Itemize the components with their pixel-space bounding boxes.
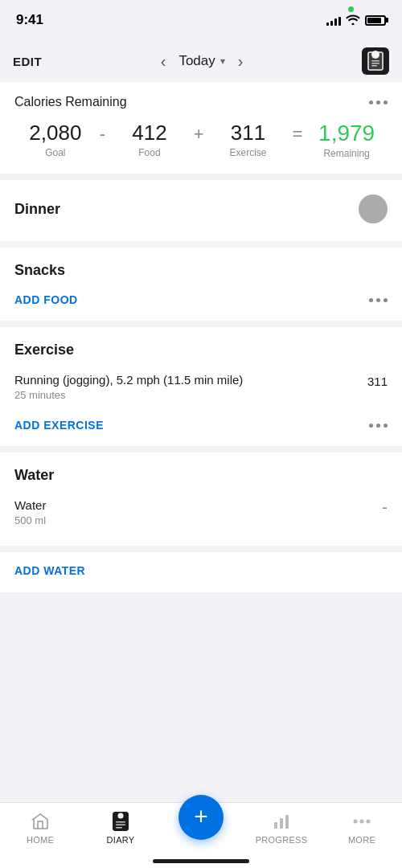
more-icon bbox=[351, 811, 372, 832]
svg-point-15 bbox=[360, 820, 364, 824]
water-item-amount: 500 ml bbox=[14, 514, 46, 526]
calories-title: Calories Remaining bbox=[14, 95, 127, 109]
svg-rect-11 bbox=[274, 822, 277, 829]
minus-operator: - bbox=[96, 121, 109, 145]
food-item: 412 Food bbox=[109, 121, 191, 158]
svg-point-7 bbox=[118, 813, 124, 819]
exercise-item-calories: 311 bbox=[367, 373, 388, 388]
water-item-name: Water bbox=[14, 498, 46, 512]
nav-progress[interactable]: PROGRESS bbox=[241, 811, 322, 845]
plus-icon: + bbox=[194, 805, 208, 829]
nav-home[interactable]: HOME bbox=[0, 811, 80, 845]
add-exercise-button[interactable]: ADD EXERCISE bbox=[14, 419, 104, 432]
today-selector[interactable]: Today ▾ bbox=[178, 53, 224, 69]
svg-rect-9 bbox=[116, 825, 125, 826]
dinner-add-icon[interactable] bbox=[359, 194, 388, 223]
bottom-nav: HOME DIARY + PROGRESS bbox=[0, 802, 402, 868]
snacks-section: Snacks ADD FOOD bbox=[0, 248, 402, 321]
nav-progress-label: PROGRESS bbox=[256, 835, 308, 845]
wifi-icon bbox=[346, 14, 360, 27]
add-food-button[interactable]: ADD FOOD bbox=[14, 293, 78, 306]
exercise-header: Exercise bbox=[14, 342, 388, 358]
nav-more[interactable]: MORE bbox=[322, 811, 402, 845]
svg-rect-8 bbox=[116, 821, 125, 823]
diary-nav-icon bbox=[110, 811, 131, 832]
nav-home-label: HOME bbox=[27, 835, 54, 845]
svg-point-16 bbox=[367, 820, 371, 824]
today-label: Today bbox=[178, 53, 215, 69]
status-time: 9:41 bbox=[16, 12, 43, 28]
goal-label: Goal bbox=[45, 147, 65, 158]
water-item-remove[interactable]: - bbox=[382, 498, 388, 517]
svg-point-14 bbox=[354, 820, 358, 824]
status-icons bbox=[326, 14, 386, 27]
prev-day-button[interactable]: ‹ bbox=[158, 52, 170, 71]
calories-header: Calories Remaining bbox=[14, 95, 388, 109]
exercise-label: Exercise bbox=[230, 147, 267, 158]
water-title: Water bbox=[14, 467, 54, 484]
calories-section: Calories Remaining 2,080 Goal - 412 Food… bbox=[0, 82, 402, 174]
goal-value: 2,080 bbox=[29, 121, 81, 145]
svg-rect-3 bbox=[371, 60, 379, 62]
exercise-add-row: ADD EXERCISE bbox=[14, 407, 388, 432]
chevron-down-icon: ▾ bbox=[220, 55, 225, 67]
svg-rect-12 bbox=[280, 818, 283, 829]
dinner-header: Dinner bbox=[14, 194, 388, 223]
home-icon bbox=[30, 811, 51, 832]
svg-rect-5 bbox=[371, 65, 377, 67]
calories-row: 2,080 Goal - 412 Food + 311 Exercise = 1… bbox=[14, 121, 388, 159]
equals-operator: = bbox=[289, 121, 306, 145]
exercise-item[interactable]: Running (jogging), 5.2 mph (11.5 min mil… bbox=[14, 362, 388, 407]
remaining-label: Remaining bbox=[323, 148, 369, 159]
exercise-more-button[interactable] bbox=[369, 424, 388, 428]
svg-point-2 bbox=[373, 53, 378, 58]
top-nav: EDIT ‹ Today ▾ › bbox=[0, 40, 402, 82]
signal-icon bbox=[326, 14, 341, 26]
snacks-header: Snacks bbox=[14, 262, 388, 279]
nav-add-button[interactable]: + bbox=[161, 811, 241, 840]
add-water-button[interactable]: ADD WATER bbox=[14, 564, 85, 577]
battery-icon bbox=[365, 15, 386, 26]
exercise-title: Exercise bbox=[14, 342, 74, 358]
exercise-item-cal: 311 Exercise bbox=[207, 121, 289, 158]
water-item[interactable]: Water 500 ml - bbox=[14, 487, 388, 531]
food-label: Food bbox=[138, 147, 160, 158]
svg-rect-4 bbox=[371, 63, 379, 64]
svg-rect-13 bbox=[285, 815, 289, 829]
exercise-item-name: Running (jogging), 5.2 mph (11.5 min mil… bbox=[14, 373, 243, 387]
nav-diary[interactable]: DIARY bbox=[80, 811, 161, 845]
plus-circle[interactable]: + bbox=[178, 795, 224, 840]
next-day-button[interactable]: › bbox=[235, 52, 247, 71]
water-section: Water Water 500 ml - bbox=[0, 452, 402, 546]
remaining-item: 1,979 Remaining bbox=[306, 121, 388, 159]
water-header: Water bbox=[14, 467, 388, 484]
edit-button[interactable]: EDIT bbox=[13, 55, 42, 68]
date-nav: ‹ Today ▾ › bbox=[158, 52, 247, 71]
exercise-item-duration: 25 minutes bbox=[14, 389, 243, 401]
diary-icon-button[interactable] bbox=[362, 47, 389, 75]
calories-more-button[interactable] bbox=[369, 100, 388, 104]
progress-icon bbox=[271, 811, 292, 832]
add-water-section: ADD WATER bbox=[0, 552, 402, 592]
plus-operator: + bbox=[191, 121, 207, 145]
snacks-more-button[interactable] bbox=[369, 298, 388, 302]
green-dot-indicator bbox=[348, 6, 354, 12]
exercise-section: Exercise Running (jogging), 5.2 mph (11.… bbox=[0, 327, 402, 446]
nav-diary-label: DIARY bbox=[107, 835, 135, 845]
home-indicator bbox=[153, 859, 249, 863]
snacks-add-row: ADD FOOD bbox=[14, 282, 388, 306]
dinner-section: Dinner bbox=[0, 180, 402, 241]
goal-item: 2,080 Goal bbox=[14, 121, 96, 158]
nav-more-label: MORE bbox=[348, 835, 375, 845]
status-bar: 9:41 bbox=[0, 0, 402, 40]
snacks-title: Snacks bbox=[14, 262, 65, 279]
svg-rect-10 bbox=[116, 827, 122, 829]
food-value: 412 bbox=[132, 121, 166, 145]
remaining-value: 1,979 bbox=[318, 121, 375, 146]
dinner-title: Dinner bbox=[14, 201, 60, 218]
exercise-value: 311 bbox=[231, 121, 265, 145]
